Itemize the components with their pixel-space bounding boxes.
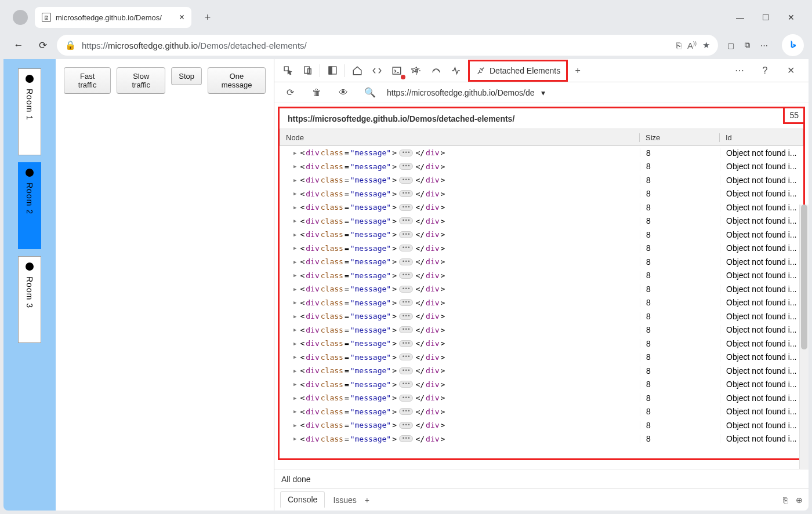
table-row[interactable]: ▶<div class="message">•••</div>8Object n… — [280, 309, 803, 323]
table-row[interactable]: ▶<div class="message">•••</div>8Object n… — [280, 337, 803, 351]
new-tab-button[interactable]: + — [198, 8, 217, 27]
table-row[interactable]: ▶<div class="message">•••</div>8Object n… — [280, 418, 803, 432]
welcome-tab-icon[interactable] — [347, 61, 367, 81]
expand-triangle-icon[interactable]: ▶ — [293, 286, 296, 292]
profile-icon[interactable] — [13, 10, 28, 25]
col-id[interactable]: Id — [720, 133, 803, 142]
ellipsis-icon[interactable]: ••• — [399, 381, 413, 388]
table-row[interactable]: ▶<div class="message">•••</div>8Object n… — [280, 242, 803, 256]
favorite-star-icon[interactable]: ★ — [702, 40, 710, 50]
scrollbar-track[interactable] — [799, 205, 809, 469]
expand-triangle-icon[interactable]: ▶ — [293, 150, 296, 156]
col-size[interactable]: Size — [640, 133, 720, 142]
toolbar-url[interactable]: https://microsoftedge.github.io/Demos/de — [387, 88, 534, 97]
expand-triangle-icon[interactable]: ▶ — [293, 313, 296, 319]
table-row[interactable]: ▶<div class="message">•••</div>8Object n… — [280, 282, 803, 296]
expand-triangle-icon[interactable]: ▶ — [293, 436, 296, 442]
drawer-expand-icon[interactable]: ⊕ — [796, 495, 803, 505]
eye-icon[interactable]: 👁 — [334, 83, 353, 103]
ellipsis-icon[interactable]: ••• — [399, 272, 413, 279]
ellipsis-icon[interactable]: ••• — [399, 408, 413, 415]
device-emulation-icon[interactable] — [298, 61, 317, 81]
sources-tab-icon[interactable] — [407, 61, 426, 81]
devtools-help-icon[interactable]: ? — [755, 61, 775, 81]
expand-triangle-icon[interactable]: ▶ — [293, 191, 296, 196]
table-row[interactable]: ▶<div class="message">•••</div>8Object n… — [280, 187, 803, 201]
table-row[interactable]: ▶<div class="message">•••</div>8Object n… — [280, 255, 803, 269]
expand-triangle-icon[interactable]: ▶ — [293, 272, 296, 278]
ellipsis-icon[interactable]: ••• — [399, 204, 413, 211]
fast-traffic-button[interactable]: Fast traffic — [64, 67, 111, 94]
issues-drawer-tab[interactable]: Issues — [333, 495, 356, 505]
add-tab-button[interactable]: + — [568, 61, 588, 81]
table-row[interactable]: ▶<div class="message">•••</div>8Object n… — [280, 173, 803, 187]
app-icon[interactable]: ⎘ — [676, 41, 682, 50]
table-row[interactable]: ▶<div class="message">•••</div>8Object n… — [280, 296, 803, 310]
expand-triangle-icon[interactable]: ▶ — [293, 368, 296, 374]
network-tab-icon[interactable] — [426, 61, 446, 81]
expand-triangle-icon[interactable]: ▶ — [293, 300, 296, 305]
refresh-button[interactable]: ⟳ — [32, 35, 53, 56]
stop-button[interactable]: Stop — [171, 67, 202, 85]
browser-tab[interactable]: 🗎 microsoftedge.github.io/Demos/ × — [35, 7, 191, 28]
room-tab-2[interactable]: Room 2 — [18, 162, 41, 249]
split-screen-icon[interactable]: ▢ — [727, 41, 734, 50]
url-field[interactable]: 🔒 https://microsoftedge.github.io/Demos/… — [57, 35, 718, 56]
col-node[interactable]: Node — [280, 133, 640, 142]
room-tab-1[interactable]: Room 1 — [18, 68, 41, 155]
bing-button[interactable] — [782, 34, 804, 56]
expand-triangle-icon[interactable]: ▶ — [293, 341, 296, 347]
slow-traffic-button[interactable]: Slow traffic — [117, 67, 165, 94]
dropdown-icon[interactable]: ▾ — [541, 88, 545, 97]
ellipsis-icon[interactable]: ••• — [399, 367, 413, 374]
dock-side-icon[interactable] — [322, 61, 342, 81]
ellipsis-icon[interactable]: ••• — [399, 245, 413, 251]
expand-triangle-icon[interactable]: ▶ — [293, 232, 296, 238]
table-row[interactable]: ▶<div class="message">•••</div>8Object n… — [280, 214, 803, 228]
expand-triangle-icon[interactable]: ▶ — [293, 163, 296, 169]
ellipsis-icon[interactable]: ••• — [399, 217, 413, 224]
performance-tab-icon[interactable] — [446, 61, 466, 81]
ellipsis-icon[interactable]: ••• — [399, 395, 413, 402]
table-row[interactable]: ▶<div class="message">•••</div>8Object n… — [280, 405, 803, 419]
ellipsis-icon[interactable]: ••• — [399, 435, 413, 442]
ellipsis-icon[interactable]: ••• — [399, 231, 413, 238]
ellipsis-icon[interactable]: ••• — [399, 163, 413, 170]
maximize-button[interactable]: ☐ — [760, 13, 771, 22]
table-row[interactable]: ▶<div class="message">•••</div>8Object n… — [280, 432, 803, 446]
tab-close-icon[interactable]: × — [179, 12, 184, 23]
more-menu-icon[interactable]: ⋯ — [760, 41, 768, 50]
expand-triangle-icon[interactable]: ▶ — [293, 422, 296, 428]
ellipsis-icon[interactable]: ••• — [399, 326, 413, 333]
scrollbar-thumb[interactable] — [801, 205, 807, 349]
refresh-icon[interactable]: ⟳ — [280, 83, 300, 103]
expand-triangle-icon[interactable]: ▶ — [293, 381, 296, 387]
expand-triangle-icon[interactable]: ▶ — [293, 259, 296, 265]
table-row[interactable]: ▶<div class="message">•••</div>8Object n… — [280, 269, 803, 283]
expand-triangle-icon[interactable]: ▶ — [293, 409, 296, 414]
table-row[interactable]: ▶<div class="message">•••</div>8Object n… — [280, 160, 803, 174]
ellipsis-icon[interactable]: ••• — [399, 177, 413, 184]
minimize-button[interactable]: — — [734, 13, 746, 22]
expand-triangle-icon[interactable]: ▶ — [293, 395, 296, 401]
elements-tab-icon[interactable] — [367, 61, 387, 81]
devtools-more-icon[interactable]: ⋯ — [730, 61, 749, 81]
trash-icon[interactable]: 🗑 — [307, 83, 327, 103]
expand-triangle-icon[interactable]: ▶ — [293, 354, 296, 360]
back-button[interactable]: ← — [8, 35, 29, 56]
inspect-element-icon[interactable] — [278, 61, 298, 81]
ellipsis-icon[interactable]: ••• — [399, 422, 413, 429]
ellipsis-icon[interactable]: ••• — [399, 150, 413, 156]
read-aloud-icon[interactable]: A)) — [687, 41, 697, 50]
table-row[interactable]: ▶<div class="message">•••</div>8Object n… — [280, 228, 803, 242]
devtools-close-icon[interactable]: ✕ — [781, 61, 800, 81]
expand-triangle-icon[interactable]: ▶ — [293, 177, 296, 183]
ellipsis-icon[interactable]: ••• — [399, 353, 413, 360]
ellipsis-icon[interactable]: ••• — [399, 299, 413, 306]
close-window-button[interactable]: ✕ — [785, 13, 797, 22]
detached-elements-tab[interactable]: Detached Elements — [468, 60, 568, 82]
table-row[interactable]: ▶<div class="message">•••</div>8Object n… — [280, 351, 803, 364]
room-tab-3[interactable]: Room 3 — [18, 256, 41, 343]
add-drawer-tab[interactable]: + — [365, 495, 369, 505]
table-row[interactable]: ▶<div class="message">•••</div>8Object n… — [280, 378, 803, 392]
